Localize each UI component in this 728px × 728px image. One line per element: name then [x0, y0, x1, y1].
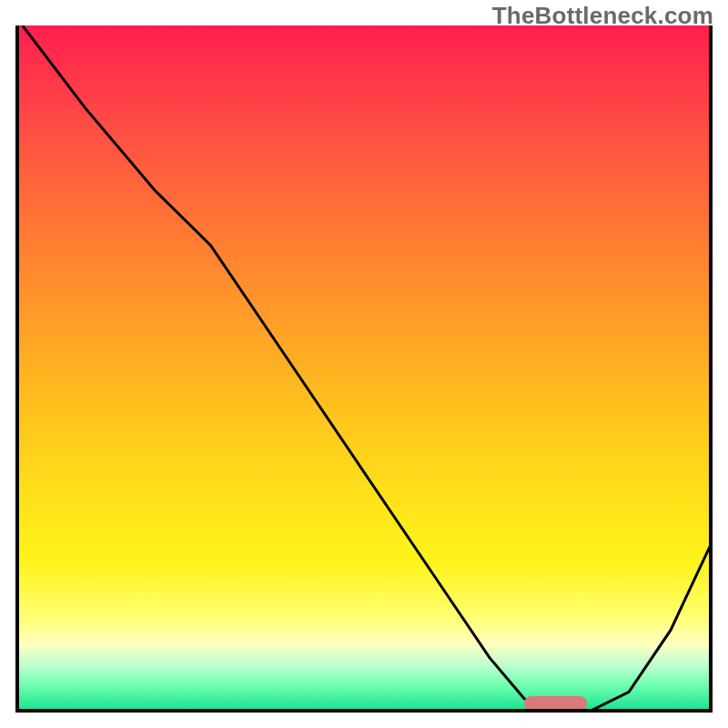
chart-container: TheBottleneck.com: [0, 0, 728, 728]
watermark-text: TheBottleneck.com: [492, 2, 713, 30]
gradient-background: [15, 25, 713, 713]
